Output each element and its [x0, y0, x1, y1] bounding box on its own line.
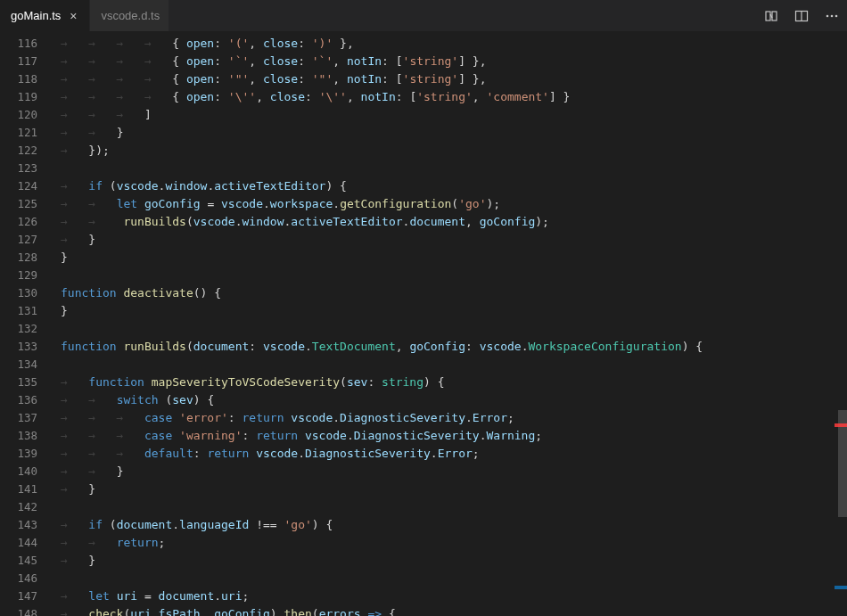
- code-line[interactable]: → → let goConfig = vscode.workspace.getC…: [61, 195, 826, 213]
- line-number: 129: [0, 267, 53, 284]
- line-number: 145: [0, 552, 53, 570]
- code-line[interactable]: → → }: [61, 463, 826, 480]
- code-content[interactable]: → → → → { open: '(', close: ')' },→ → → …: [53, 31, 826, 616]
- indent-whitespace: →: [61, 179, 88, 193]
- code-line[interactable]: → }: [61, 480, 826, 498]
- line-number: 142: [0, 498, 53, 516]
- line-number: 130: [0, 284, 53, 302]
- code-line[interactable]: → → → case 'error': return vscode.Diagno…: [61, 409, 826, 427]
- indent-whitespace: → → →: [61, 411, 144, 424]
- tab-gomain[interactable]: goMain.ts ×: [0, 0, 90, 31]
- code-line[interactable]: → → → → { open: '(', close: ')' },: [61, 35, 826, 53]
- code-line[interactable]: → if (vscode.window.activeTextEditor) {: [61, 177, 826, 195]
- line-number: 133: [0, 338, 53, 356]
- overview-ruler-mark[interactable]: [835, 423, 847, 427]
- tab-bar: goMain.ts × vscode.d.ts: [0, 0, 847, 31]
- code-line[interactable]: function runBuilds(document: vscode.Text…: [61, 338, 826, 356]
- line-number: 127: [0, 231, 53, 249]
- indent-whitespace: → → → →: [61, 90, 172, 103]
- line-number: 140: [0, 463, 53, 480]
- split-editor-icon[interactable]: [792, 6, 811, 26]
- tab-vscode-d-ts[interactable]: vscode.d.ts: [90, 0, 169, 31]
- line-number: 119: [0, 88, 53, 106]
- code-line[interactable]: → → → default: return vscode.DiagnosticS…: [61, 445, 826, 463]
- line-number: 147: [0, 587, 53, 605]
- code-line[interactable]: → function mapSeverityToVSCodeSeverity(s…: [61, 374, 826, 391]
- code-line[interactable]: → }: [61, 552, 826, 570]
- code-line[interactable]: [61, 498, 826, 516]
- line-number: 128: [0, 249, 53, 267]
- indent-whitespace: → →: [61, 126, 117, 139]
- indent-whitespace: →: [61, 233, 88, 246]
- code-line[interactable]: [61, 267, 826, 284]
- code-line[interactable]: → → return;: [61, 534, 826, 552]
- code-line[interactable]: → → }: [61, 124, 826, 142]
- line-number: 136: [0, 391, 53, 409]
- indent-whitespace: → →: [61, 197, 117, 210]
- code-line[interactable]: function deactivate() {: [61, 284, 826, 302]
- indent-whitespace: → →: [61, 393, 117, 407]
- code-line[interactable]: → → → → { open: '"', close: '"', notIn: …: [61, 70, 826, 88]
- tab-label: goMain.ts: [11, 9, 61, 22]
- code-line[interactable]: [61, 570, 826, 587]
- line-number: 120: [0, 106, 53, 124]
- indent-whitespace: → →: [61, 215, 117, 228]
- code-line[interactable]: → → switch (sev) {: [61, 391, 826, 409]
- indent-whitespace: → → → →: [61, 72, 172, 86]
- code-line[interactable]: → check(uri.fsPath, goConfig).then(error…: [61, 605, 826, 616]
- line-number: 148: [0, 605, 53, 616]
- line-number: 143: [0, 516, 53, 534]
- indent-whitespace: →: [61, 144, 88, 157]
- line-number: 125: [0, 195, 53, 213]
- code-line[interactable]: → → → → { open: '\'', close: '\'', notIn…: [61, 88, 826, 106]
- svg-rect-1: [772, 12, 777, 21]
- line-number: 146: [0, 570, 53, 587]
- line-number: 134: [0, 356, 53, 374]
- line-number: 123: [0, 160, 53, 177]
- indent-whitespace: →: [61, 482, 88, 496]
- code-line[interactable]: → → runBuilds(vscode.window.activeTextEd…: [61, 213, 826, 231]
- line-number: 122: [0, 142, 53, 160]
- code-line[interactable]: → let uri = document.uri;: [61, 587, 826, 605]
- minimap[interactable]: [826, 31, 835, 616]
- svg-point-6: [835, 14, 838, 17]
- indent-whitespace: → →: [61, 464, 117, 478]
- svg-point-4: [826, 14, 829, 17]
- indent-whitespace: → → → →: [61, 54, 172, 68]
- line-number: 137: [0, 409, 53, 427]
- editor-area[interactable]: 1161171181191201211221231241251261271281…: [0, 31, 847, 616]
- svg-rect-0: [766, 12, 770, 21]
- code-line[interactable]: }: [61, 249, 826, 267]
- code-line[interactable]: → → → ]: [61, 106, 826, 124]
- line-number: 121: [0, 124, 53, 142]
- indent-whitespace: →: [61, 554, 88, 567]
- code-line[interactable]: [61, 160, 826, 177]
- code-line[interactable]: [61, 320, 826, 338]
- code-line[interactable]: → → → → { open: '`', close: '`', notIn: …: [61, 53, 826, 70]
- line-number: 138: [0, 427, 53, 445]
- code-line[interactable]: }: [61, 302, 826, 320]
- line-number: 139: [0, 445, 53, 463]
- line-number: 131: [0, 302, 53, 320]
- line-number: 141: [0, 480, 53, 498]
- overview-ruler-mark[interactable]: [835, 586, 847, 589]
- indent-whitespace: → → →: [61, 447, 144, 460]
- more-actions-icon[interactable]: [822, 6, 842, 26]
- line-number: 144: [0, 534, 53, 552]
- vertical-scrollbar[interactable]: [835, 31, 847, 616]
- line-number: 124: [0, 177, 53, 195]
- code-line[interactable]: → });: [61, 142, 826, 160]
- code-line[interactable]: [61, 356, 826, 374]
- editor-actions: [761, 0, 842, 31]
- indent-whitespace: →: [61, 607, 88, 616]
- code-line[interactable]: → }: [61, 231, 826, 249]
- line-number-gutter: 1161171181191201211221231241251261271281…: [0, 31, 53, 616]
- line-number: 117: [0, 53, 53, 70]
- indent-whitespace: → → → →: [61, 37, 172, 50]
- line-number: 116: [0, 35, 53, 53]
- code-line[interactable]: → → → case 'warning': return vscode.Diag…: [61, 427, 826, 445]
- diff-icon[interactable]: [761, 6, 781, 26]
- indent-whitespace: →: [61, 589, 88, 603]
- code-line[interactable]: → if (document.languageId !== 'go') {: [61, 516, 826, 534]
- close-icon[interactable]: ×: [66, 9, 80, 23]
